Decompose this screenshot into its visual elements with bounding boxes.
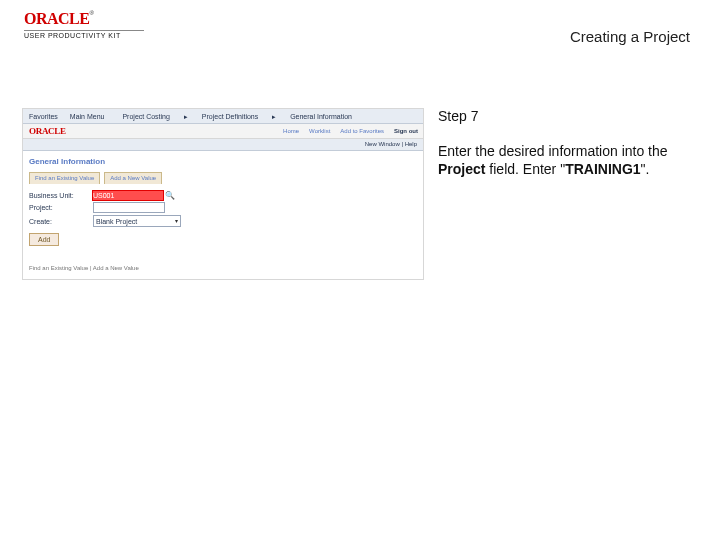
label-create: Create: xyxy=(29,217,93,226)
window-help-bar[interactable]: New Window | Help xyxy=(23,139,423,151)
row-create: Create: Blank Project ▾ xyxy=(23,214,423,228)
search-icon[interactable]: 🔍 xyxy=(165,191,174,200)
highlight-business-unit-value: US001 xyxy=(93,191,163,200)
breadcrumb-general-information[interactable]: General Information xyxy=(284,113,358,120)
row-business-unit: Business Unit: US001 🔍 xyxy=(23,190,423,201)
breadcrumb-main-menu[interactable]: Main Menu xyxy=(64,112,111,121)
instruction-text: Enter the desired information into the P… xyxy=(438,142,692,178)
app-brand-bar: ORACLE Home Worklist Add to Favorites Si… xyxy=(23,124,423,139)
row-project: Project: xyxy=(23,201,423,214)
instruction-value: TRAINING1 xyxy=(565,161,640,177)
breadcrumb-bar: Favorites Main Menu Project Costing ▸ Pr… xyxy=(23,109,423,124)
instruction-fragment: ". xyxy=(641,161,650,177)
link-home[interactable]: Home xyxy=(278,127,304,136)
label-project: Project: xyxy=(29,203,93,212)
link-signout[interactable]: Sign out xyxy=(389,127,423,136)
add-button[interactable]: Add xyxy=(29,233,59,246)
app-screenshot: Favorites Main Menu Project Costing ▸ Pr… xyxy=(22,108,424,280)
breadcrumb-project-costing[interactable]: Project Costing xyxy=(116,113,175,120)
topic-title: Creating a Project xyxy=(570,28,690,45)
label-business-unit: Business Unit: xyxy=(29,191,93,200)
chevron-right-icon: ▸ xyxy=(266,113,282,120)
footer-links[interactable]: Find an Existing Value | Add a New Value xyxy=(23,254,423,279)
project-input[interactable] xyxy=(93,202,165,213)
trademark-symbol: ® xyxy=(89,10,93,16)
instruction-field-name: Project xyxy=(438,161,485,177)
section-title: General Information xyxy=(23,151,423,169)
slide-header: ORACLE® USER PRODUCTIVITY KIT Creating a… xyxy=(0,0,720,60)
create-select[interactable]: Blank Project ▾ xyxy=(93,215,181,227)
breadcrumb-project-definitions[interactable]: Project Definitions xyxy=(196,113,264,120)
link-add-favorites[interactable]: Add to Favorites xyxy=(335,127,389,136)
tab-find-existing[interactable]: Find an Existing Value xyxy=(29,172,100,184)
oracle-wordmark: ORACLE xyxy=(24,10,89,27)
product-name: USER PRODUCTIVITY KIT xyxy=(24,32,144,39)
chevron-down-icon: ▾ xyxy=(175,217,178,226)
tab-add-new[interactable]: Add a New Value xyxy=(104,172,162,184)
breadcrumb-path: Project Costing ▸ Project Definitions ▸ … xyxy=(110,112,423,121)
oracle-upk-logo: ORACLE® USER PRODUCTIVITY KIT xyxy=(24,10,144,39)
step-label: Step 7 xyxy=(438,108,692,124)
app-oracle-wordmark: ORACLE xyxy=(23,127,72,136)
breadcrumb-favorites[interactable]: Favorites xyxy=(23,112,64,121)
chevron-right-icon: ▸ xyxy=(178,113,194,120)
logo-divider xyxy=(24,30,144,31)
instruction-fragment: Enter the desired information into the xyxy=(438,143,668,159)
create-select-value: Blank Project xyxy=(96,217,137,226)
instruction-fragment: field. Enter " xyxy=(485,161,565,177)
tab-strip: Find an Existing Value Add a New Value xyxy=(23,169,423,184)
link-worklist[interactable]: Worklist xyxy=(304,127,335,136)
instruction-panel: Step 7 Enter the desired information int… xyxy=(438,108,692,178)
